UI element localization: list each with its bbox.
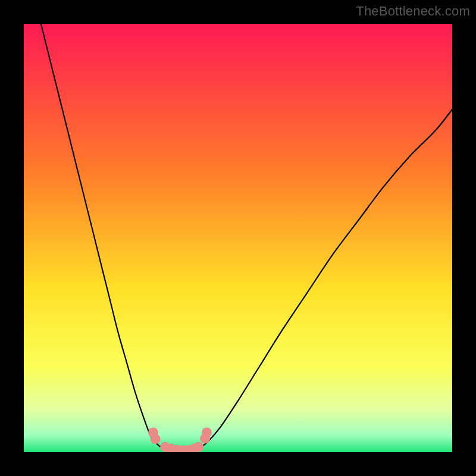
- watermark-text: TheBottleneck.com: [356, 4, 470, 19]
- data-marker: [151, 434, 161, 444]
- chart-frame: [24, 24, 452, 452]
- gradient-background: [24, 24, 452, 452]
- data-marker: [193, 442, 203, 452]
- data-marker: [202, 427, 212, 437]
- chart-svg: [24, 24, 452, 452]
